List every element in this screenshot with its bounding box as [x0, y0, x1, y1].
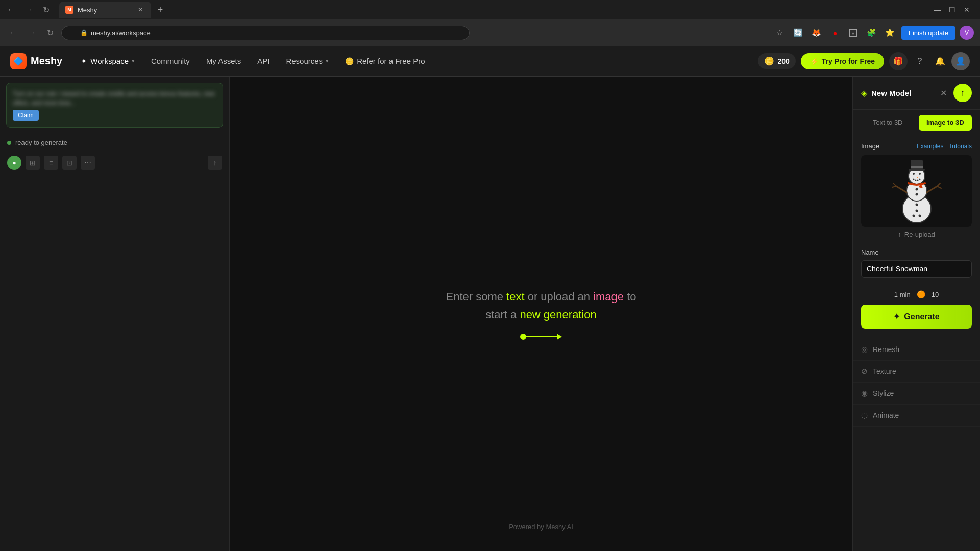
stylize-icon: ◉	[861, 389, 868, 398]
svg-point-6	[913, 173, 915, 175]
gift-button[interactable]: 🎁	[889, 52, 908, 70]
svg-point-15	[915, 210, 918, 212]
minimize-button[interactable]: —	[934, 6, 941, 14]
examples-link[interactable]: Examples	[917, 143, 944, 150]
user-avatar[interactable]: 👤	[951, 52, 970, 70]
svg-point-7	[919, 173, 921, 175]
new-model-row: ready to generate	[0, 134, 229, 152]
list-view-btn-4[interactable]: ⋯	[81, 156, 95, 170]
notification-text: Turn on our rule / reward to create cred…	[13, 89, 216, 108]
browser-tab-bar: ← → ↻ M Meshy ✕ + — ☐ ✕	[0, 0, 980, 19]
address-bar[interactable]: 🔒 meshy.ai/workspace	[61, 26, 470, 40]
arrow-head-icon	[557, 334, 562, 340]
tab-close-button[interactable]: ✕	[136, 5, 145, 14]
name-input[interactable]	[861, 260, 972, 278]
panel-header: ◈ New Model ✕ ↑	[853, 77, 980, 110]
generate-section: 1 min 🟠 10 ✦ Generate	[853, 284, 980, 335]
browser-toolbar: ☆ 🔄 🦊 ● 🅆 🧩 ⭐ Finish update V	[773, 26, 974, 40]
close-window-button[interactable]: ✕	[964, 6, 970, 14]
nav-refresh-button[interactable]: ↻	[43, 26, 57, 40]
animate-label: Animate	[873, 411, 899, 419]
left-sidebar: Turn on our rule / reward to create cred…	[0, 77, 230, 551]
panel-close-button[interactable]: ✕	[937, 87, 949, 99]
forward-button[interactable]: →	[21, 3, 36, 17]
panel-model-icon: ◈	[861, 88, 867, 98]
image-section: Image Examples Tutorials	[853, 136, 980, 248]
back-button[interactable]: ←	[4, 3, 18, 17]
try-pro-button[interactable]: ⚡ Try Pro for Free	[801, 53, 884, 69]
nav-back-button[interactable]: ←	[6, 26, 20, 40]
tutorials-link[interactable]: Tutorials	[948, 143, 972, 150]
svg-point-17	[918, 215, 921, 217]
nav-my-assets[interactable]: My Assets	[198, 53, 249, 69]
tab-title: Meshy	[78, 6, 97, 14]
list-view-btn-1[interactable]: ⊞	[26, 156, 40, 170]
refer-label: Refer for a Free Pro	[357, 57, 425, 65]
tab-text-to-3d[interactable]: Text to 3D	[861, 115, 915, 131]
nav-refer[interactable]: 🪙 Refer for a Free Pro	[337, 53, 433, 69]
notifications-button[interactable]: 🔔	[931, 52, 949, 70]
browser-ext-1[interactable]: 🔄	[791, 26, 805, 40]
svg-point-10	[917, 180, 918, 181]
nav-forward-button[interactable]: →	[24, 26, 39, 40]
coins-area[interactable]: 🪙 200	[758, 53, 795, 69]
generate-button[interactable]: ✦ Generate	[861, 305, 972, 329]
image-links: Examples Tutorials	[917, 143, 972, 150]
bookmark-star-icon[interactable]: ☆	[773, 26, 787, 40]
list-view-btn-2[interactable]: ≡	[44, 156, 58, 170]
tool-stylize[interactable]: ◉ Stylize	[853, 383, 980, 405]
remesh-icon: ◎	[861, 345, 868, 354]
refresh-button[interactable]: ↻	[39, 3, 53, 17]
text-keyword: text	[506, 290, 524, 303]
center-prompt: Enter some text or upload an image to st…	[446, 288, 636, 340]
cost-value: 10	[932, 291, 939, 298]
animate-icon: ◌	[861, 411, 868, 420]
image-preview-area[interactable]	[861, 155, 972, 227]
browser-ext-4[interactable]: 🅆	[846, 26, 861, 40]
name-label: Name	[861, 248, 972, 256]
re-upload-button[interactable]: ↑ Re-upload	[861, 227, 972, 242]
logo-area[interactable]: 🔷 Meshy	[10, 53, 62, 69]
panel-upload-button[interactable]: ↑	[953, 84, 972, 102]
workspace-label: Workspace	[90, 57, 129, 65]
name-section: Name	[853, 248, 980, 284]
svg-point-9	[915, 180, 916, 181]
list-view-btn-3[interactable]: ⊡	[62, 156, 77, 170]
tool-remesh[interactable]: ◎ Remesh	[853, 339, 980, 361]
svg-point-12	[915, 188, 918, 191]
tool-animate[interactable]: ◌ Animate	[853, 405, 980, 427]
nav-resources[interactable]: Resources ▾	[278, 53, 337, 69]
browser-profile-icon[interactable]: V	[960, 26, 974, 40]
generation-keyword: new generation	[520, 308, 596, 321]
svg-point-13	[915, 193, 918, 196]
browser-ext-3[interactable]: ●	[828, 26, 842, 40]
mode-tabs: Text to 3D Image to 3D	[853, 110, 980, 136]
main-content: Enter some text or upload an image to st…	[230, 77, 852, 551]
coin-count: 200	[777, 57, 789, 65]
finish-update-button[interactable]: Finish update	[901, 26, 955, 40]
browser-ext-2[interactable]: 🦊	[810, 26, 824, 40]
lock-icon: 🔒	[80, 29, 88, 36]
coin-icon: 🪙	[764, 56, 774, 66]
browser-ext-5[interactable]: 🧩	[865, 26, 879, 40]
maximize-button[interactable]: ☐	[949, 6, 955, 14]
list-green-dot: ●	[7, 156, 21, 170]
notification-claim-button[interactable]: Claim	[13, 110, 39, 121]
help-button[interactable]: ?	[911, 52, 929, 70]
svg-point-16	[912, 215, 915, 217]
stylize-label: Stylize	[873, 389, 894, 397]
help-icon: ?	[918, 57, 922, 66]
nav-workspace[interactable]: ✦ Workspace ▾	[72, 53, 143, 70]
image-keyword: image	[593, 290, 624, 303]
nav-community[interactable]: Community	[143, 53, 198, 69]
nav-api[interactable]: API	[249, 53, 278, 69]
notification-content: Turn on our rule / reward to create cred…	[13, 89, 216, 121]
tab-image-to-3d[interactable]: Image to 3D	[919, 115, 972, 131]
gift-icon: 🎁	[893, 56, 903, 66]
image-label: Image	[861, 142, 879, 150]
browser-ext-6[interactable]: ⭐	[883, 26, 897, 40]
tool-texture[interactable]: ⊘ Texture	[853, 361, 980, 383]
browser-tab[interactable]: M Meshy ✕	[59, 2, 151, 18]
new-tab-button[interactable]: +	[153, 3, 167, 17]
list-upload-button[interactable]: ↑	[208, 156, 222, 170]
